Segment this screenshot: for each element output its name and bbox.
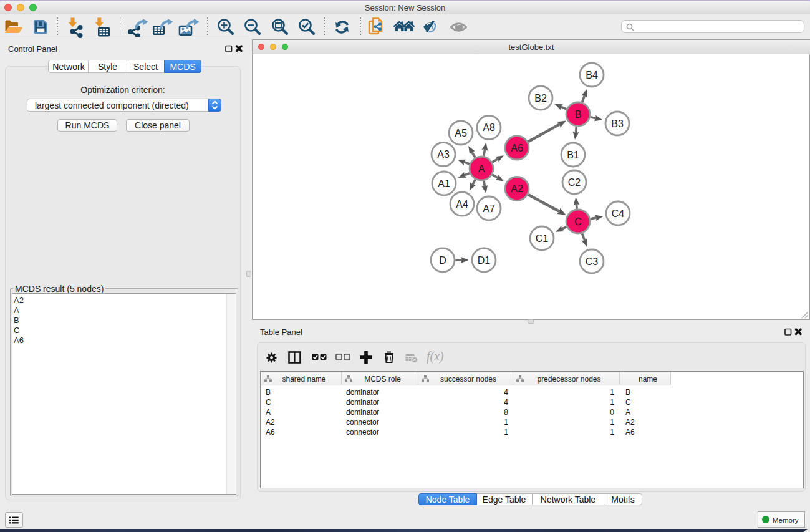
- svg-text:A6: A6: [511, 143, 523, 153]
- svg-text:A1: A1: [438, 178, 450, 189]
- svg-text:A3: A3: [437, 149, 450, 160]
- svg-text:C2: C2: [568, 177, 581, 188]
- svg-text:D: D: [439, 255, 446, 266]
- svg-text:A5: A5: [455, 128, 467, 138]
- svg-text:B: B: [575, 109, 582, 120]
- svg-text:A8: A8: [483, 122, 495, 133]
- svg-text:A7: A7: [483, 203, 495, 214]
- svg-text:A2: A2: [511, 183, 523, 194]
- svg-text:C3: C3: [586, 256, 599, 267]
- svg-text:C4: C4: [612, 208, 625, 219]
- svg-text:B4: B4: [586, 70, 598, 80]
- svg-text:B2: B2: [534, 93, 547, 104]
- svg-text:B3: B3: [611, 118, 624, 129]
- svg-text:B1: B1: [567, 150, 579, 160]
- svg-text:A: A: [478, 163, 485, 174]
- svg-text:C1: C1: [536, 233, 549, 244]
- svg-text:D1: D1: [478, 255, 491, 266]
- svg-text:A4: A4: [456, 199, 468, 210]
- svg-text:C: C: [574, 216, 582, 227]
